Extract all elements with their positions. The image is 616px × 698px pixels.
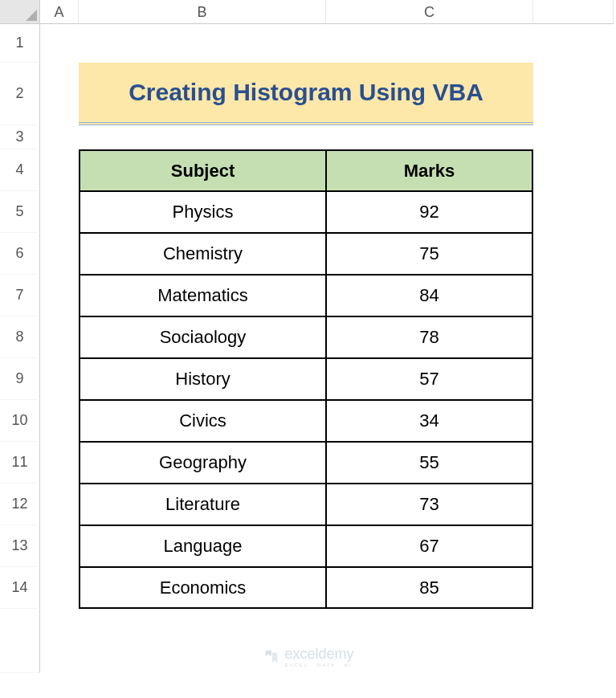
- row-header-7[interactable]: 7: [0, 275, 40, 316]
- cell-a9[interactable]: [40, 358, 79, 400]
- table-cell-marks[interactable]: 78: [326, 316, 533, 358]
- table-cell-marks[interactable]: 92: [326, 191, 533, 233]
- row-header-9[interactable]: 9: [0, 358, 40, 400]
- cell-d8[interactable]: [533, 316, 614, 358]
- row-header-4[interactable]: 4: [0, 149, 40, 191]
- table-cell-subject[interactable]: Physics: [79, 191, 326, 233]
- cell-a6[interactable]: [40, 233, 79, 275]
- table-cell-subject[interactable]: History: [79, 358, 326, 400]
- row-header-14[interactable]: 14: [0, 567, 40, 609]
- row-header-1[interactable]: 1: [0, 24, 40, 63]
- col-header-c[interactable]: C: [326, 0, 533, 24]
- cell-d2[interactable]: [533, 63, 614, 125]
- cell-blank[interactable]: [40, 609, 79, 673]
- cell-d7[interactable]: [533, 275, 614, 316]
- cell-c1[interactable]: [326, 24, 533, 63]
- table-cell-subject[interactable]: Matematics: [79, 275, 326, 316]
- table-cell-marks[interactable]: 75: [326, 233, 533, 275]
- table-header-subject[interactable]: Subject: [79, 149, 326, 191]
- cell-d10[interactable]: [533, 400, 614, 442]
- cell-d1[interactable]: [533, 24, 614, 63]
- table-cell-subject[interactable]: Civics: [79, 400, 326, 442]
- cell-d5[interactable]: [533, 191, 614, 233]
- table-cell-subject[interactable]: Chemistry: [79, 233, 326, 275]
- cell-a7[interactable]: [40, 275, 79, 316]
- table-cell-marks[interactable]: 85: [326, 567, 533, 609]
- cell-a10[interactable]: [40, 400, 79, 442]
- cell-d9[interactable]: [533, 358, 614, 400]
- cell-a8[interactable]: [40, 316, 79, 358]
- table-cell-subject[interactable]: Geography: [79, 442, 326, 484]
- watermark-text: exceldemy: [284, 646, 353, 662]
- page-title[interactable]: Creating Histogram Using VBA: [79, 63, 533, 125]
- watermark-subtext: EXCEL · DATA · BI: [284, 663, 353, 667]
- row-header-8[interactable]: 8: [0, 316, 40, 358]
- cell-d12[interactable]: [533, 484, 614, 525]
- row-header-10[interactable]: 10: [0, 400, 40, 442]
- row-header-2[interactable]: 2: [0, 63, 40, 125]
- table-cell-marks[interactable]: 84: [326, 275, 533, 316]
- table-cell-subject[interactable]: Language: [79, 525, 326, 567]
- row-header-13[interactable]: 13: [0, 525, 40, 567]
- table-header-marks[interactable]: Marks: [326, 149, 533, 191]
- row-header-3[interactable]: 3: [0, 125, 40, 149]
- cell-d6[interactable]: [533, 233, 614, 275]
- col-header-a[interactable]: A: [40, 0, 79, 24]
- spreadsheet-grid: A B C 1 2 Creating Histogram Using VBA 3…: [0, 0, 616, 673]
- row-header-5[interactable]: 5: [0, 191, 40, 233]
- cell-a4[interactable]: [40, 149, 79, 191]
- table-cell-marks[interactable]: 67: [326, 525, 533, 567]
- table-cell-marks[interactable]: 34: [326, 400, 533, 442]
- cell-a5[interactable]: [40, 191, 79, 233]
- col-header-blank[interactable]: [533, 0, 614, 24]
- cell-d3[interactable]: [533, 125, 614, 149]
- row-header-6[interactable]: 6: [0, 233, 40, 275]
- row-header-12[interactable]: 12: [0, 484, 40, 525]
- select-all-corner[interactable]: [0, 0, 40, 24]
- cell-d14[interactable]: [533, 567, 614, 609]
- cell-a2[interactable]: [40, 63, 79, 125]
- cell-c3[interactable]: [326, 125, 533, 149]
- cell-b1[interactable]: [79, 24, 326, 63]
- cell-a3[interactable]: [40, 125, 79, 149]
- cell-d4[interactable]: [533, 149, 614, 191]
- cell-b3[interactable]: [79, 125, 326, 149]
- cell-a14[interactable]: [40, 567, 79, 609]
- table-cell-marks[interactable]: 55: [326, 442, 533, 484]
- cell-a1[interactable]: [40, 24, 79, 63]
- watermark-logo: exceldemy EXCEL · DATA · BI: [262, 646, 353, 667]
- cell-a13[interactable]: [40, 525, 79, 567]
- cell-blank[interactable]: [326, 609, 533, 673]
- table-cell-subject[interactable]: Economics: [79, 567, 326, 609]
- table-cell-marks[interactable]: 57: [326, 358, 533, 400]
- cell-blank[interactable]: [533, 609, 614, 673]
- cell-d13[interactable]: [533, 525, 614, 567]
- row-header-blank[interactable]: [0, 609, 40, 673]
- cell-a12[interactable]: [40, 484, 79, 525]
- col-header-b[interactable]: B: [79, 0, 326, 24]
- table-cell-subject[interactable]: Sociaology: [79, 316, 326, 358]
- cell-d11[interactable]: [533, 442, 614, 484]
- bookmark-icon: [262, 648, 279, 666]
- table-cell-marks[interactable]: 73: [326, 484, 533, 525]
- table-cell-subject[interactable]: Literature: [79, 484, 326, 525]
- cell-a11[interactable]: [40, 442, 79, 484]
- row-header-11[interactable]: 11: [0, 442, 40, 484]
